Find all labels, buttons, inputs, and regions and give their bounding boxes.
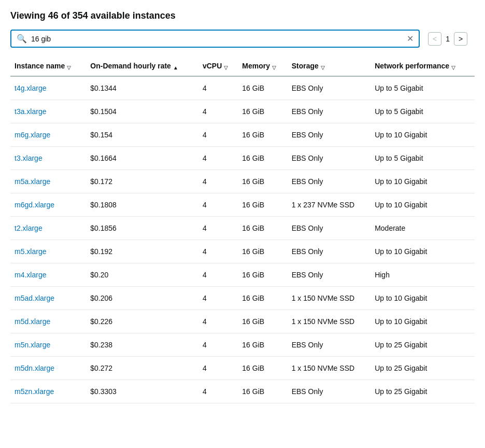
- cell-instance_name[interactable]: m5.xlarge: [10, 240, 86, 263]
- page-title: Viewing 46 of 354 available instances: [10, 10, 475, 21]
- pagination: < 1 >: [428, 32, 467, 46]
- cell-instance_name[interactable]: m6gd.xlarge: [10, 193, 86, 217]
- cell-network: Up to 5 Gigabit: [370, 147, 475, 170]
- table-row[interactable]: m5.xlarge$0.192416 GiBEBS OnlyUp to 10 G…: [10, 240, 475, 263]
- cell-instance_name[interactable]: t2.xlarge: [10, 217, 86, 240]
- cell-on_demand: $0.206: [86, 287, 198, 310]
- cell-storage: 1 x 150 NVMe SSD: [288, 287, 370, 310]
- cell-on_demand: $0.1344: [86, 76, 198, 100]
- cell-memory: 16 GiB: [238, 76, 287, 100]
- cell-memory: 16 GiB: [238, 263, 287, 287]
- search-input[interactable]: [31, 35, 403, 43]
- col-header-vcpu[interactable]: vCPU▽: [198, 56, 238, 76]
- cell-instance_name[interactable]: m5ad.xlarge: [10, 287, 86, 310]
- cell-vcpu: 4: [198, 170, 238, 193]
- cell-vcpu: 4: [198, 240, 238, 263]
- table-row[interactable]: m5ad.xlarge$0.206416 GiB1 x 150 NVMe SSD…: [10, 287, 475, 310]
- col-header-memory[interactable]: Memory▽: [238, 56, 287, 76]
- cell-on_demand: $0.172: [86, 170, 198, 193]
- col-label-instance_name: Instance name: [15, 61, 65, 71]
- table-row[interactable]: t3.xlarge$0.1664416 GiBEBS OnlyUp to 5 G…: [10, 147, 475, 170]
- cell-network: Up to 10 Gigabit: [370, 170, 475, 193]
- cell-storage: EBS Only: [288, 263, 370, 287]
- cell-network: Up to 10 Gigabit: [370, 240, 475, 263]
- cell-on_demand: $0.1664: [86, 147, 198, 170]
- cell-network: Moderate: [370, 217, 475, 240]
- col-label-on_demand: On-Demand hourly rate: [90, 61, 171, 71]
- cell-storage: EBS Only: [288, 76, 370, 100]
- cell-network: Up to 10 Gigabit: [370, 310, 475, 333]
- cell-memory: 16 GiB: [238, 100, 287, 123]
- table-row[interactable]: m5dn.xlarge$0.272416 GiB1 x 150 NVMe SSD…: [10, 357, 475, 380]
- cell-vcpu: 4: [198, 333, 238, 357]
- cell-instance_name[interactable]: m5a.xlarge: [10, 170, 86, 193]
- cell-on_demand: $0.1856: [86, 217, 198, 240]
- col-header-network[interactable]: Network performance▽: [370, 56, 475, 76]
- table-row[interactable]: m4.xlarge$0.20416 GiBEBS OnlyHigh: [10, 263, 475, 287]
- cell-on_demand: $0.238: [86, 333, 198, 357]
- cell-vcpu: 4: [198, 123, 238, 147]
- table-row[interactable]: m5d.xlarge$0.226416 GiB1 x 150 NVMe SSDU…: [10, 310, 475, 333]
- cell-memory: 16 GiB: [238, 170, 287, 193]
- search-icon: 🔍: [17, 34, 27, 44]
- cell-instance_name[interactable]: t3a.xlarge: [10, 100, 86, 123]
- table-row[interactable]: m6g.xlarge$0.154416 GiBEBS OnlyUp to 10 …: [10, 123, 475, 147]
- cell-network: Up to 25 Gigabit: [370, 380, 475, 403]
- cell-storage: EBS Only: [288, 217, 370, 240]
- cell-vcpu: 4: [198, 147, 238, 170]
- col-label-network: Network performance: [375, 61, 449, 71]
- cell-instance_name[interactable]: m5d.xlarge: [10, 310, 86, 333]
- cell-storage: EBS Only: [288, 123, 370, 147]
- cell-instance_name[interactable]: m5n.xlarge: [10, 333, 86, 357]
- col-header-instance_name[interactable]: Instance name▽: [10, 56, 86, 76]
- col-header-on_demand[interactable]: On-Demand hourly rate▲: [86, 56, 198, 76]
- sort-asc-icon-on_demand: ▲: [173, 65, 178, 71]
- cell-vcpu: 4: [198, 263, 238, 287]
- cell-on_demand: $0.20: [86, 263, 198, 287]
- cell-storage: EBS Only: [288, 333, 370, 357]
- table-row[interactable]: t4g.xlarge$0.1344416 GiBEBS OnlyUp to 5 …: [10, 76, 475, 100]
- table-row[interactable]: m5n.xlarge$0.238416 GiBEBS OnlyUp to 25 …: [10, 333, 475, 357]
- cell-storage: EBS Only: [288, 100, 370, 123]
- cell-vcpu: 4: [198, 217, 238, 240]
- clear-icon[interactable]: ✕: [407, 34, 413, 44]
- col-header-storage[interactable]: Storage▽: [288, 56, 370, 76]
- sort-desc-icon-storage: ▽: [321, 65, 325, 71]
- cell-vcpu: 4: [198, 76, 238, 100]
- cell-memory: 16 GiB: [238, 123, 287, 147]
- cell-on_demand: $0.272: [86, 357, 198, 380]
- cell-network: Up to 10 Gigabit: [370, 193, 475, 217]
- cell-on_demand: $0.3303: [86, 380, 198, 403]
- cell-network: Up to 5 Gigabit: [370, 100, 475, 123]
- cell-vcpu: 4: [198, 193, 238, 217]
- table-row[interactable]: t2.xlarge$0.1856416 GiBEBS OnlyModerate: [10, 217, 475, 240]
- table-row[interactable]: t3a.xlarge$0.1504416 GiBEBS OnlyUp to 5 …: [10, 100, 475, 123]
- cell-instance_name[interactable]: m5dn.xlarge: [10, 357, 86, 380]
- cell-vcpu: 4: [198, 380, 238, 403]
- sort-desc-icon-memory: ▽: [272, 65, 276, 71]
- cell-network: High: [370, 263, 475, 287]
- cell-vcpu: 4: [198, 100, 238, 123]
- cell-instance_name[interactable]: m4.xlarge: [10, 263, 86, 287]
- cell-memory: 16 GiB: [238, 310, 287, 333]
- cell-instance_name[interactable]: t4g.xlarge: [10, 76, 86, 100]
- table-row[interactable]: m6gd.xlarge$0.1808416 GiB1 x 237 NVMe SS…: [10, 193, 475, 217]
- cell-storage: 1 x 150 NVMe SSD: [288, 357, 370, 380]
- search-box: 🔍 ✕: [10, 30, 420, 48]
- sort-desc-icon-instance_name: ▽: [67, 65, 71, 71]
- pagination-next-button[interactable]: >: [454, 32, 467, 46]
- cell-storage: EBS Only: [288, 147, 370, 170]
- cell-storage: EBS Only: [288, 240, 370, 263]
- table-row[interactable]: m5a.xlarge$0.172416 GiBEBS OnlyUp to 10 …: [10, 170, 475, 193]
- cell-instance_name[interactable]: m6g.xlarge: [10, 123, 86, 147]
- cell-vcpu: 4: [198, 357, 238, 380]
- cell-instance_name[interactable]: t3.xlarge: [10, 147, 86, 170]
- pagination-prev-button[interactable]: <: [428, 32, 441, 46]
- cell-storage: 1 x 237 NVMe SSD: [288, 193, 370, 217]
- cell-memory: 16 GiB: [238, 240, 287, 263]
- cell-instance_name[interactable]: m5zn.xlarge: [10, 380, 86, 403]
- cell-on_demand: $0.226: [86, 310, 198, 333]
- cell-on_demand: $0.192: [86, 240, 198, 263]
- table-row[interactable]: m5zn.xlarge$0.3303416 GiBEBS OnlyUp to 2…: [10, 380, 475, 403]
- cell-memory: 16 GiB: [238, 147, 287, 170]
